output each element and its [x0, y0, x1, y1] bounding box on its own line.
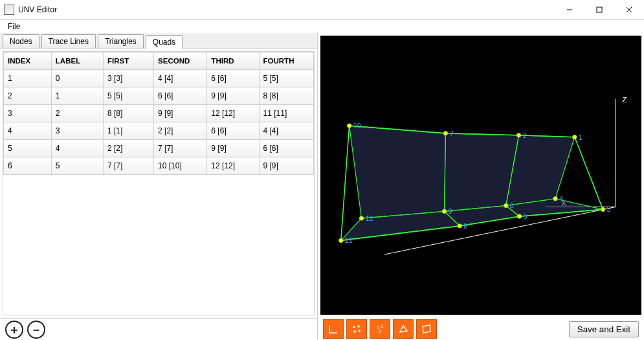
- table-row[interactable]: 542 [2]7 [7]9 [9]6 [6]: [4, 140, 314, 157]
- tab-nodes[interactable]: Nodes: [3, 34, 39, 48]
- quad-icon: [421, 323, 432, 335]
- table-cell[interactable]: 9 [9]: [259, 157, 313, 175]
- left-pane: Nodes Trace Lines Triangles Quads INDEXL…: [0, 33, 318, 340]
- svg-text:7: 7: [449, 130, 453, 137]
- table-cell[interactable]: 4: [4, 122, 52, 140]
- tab-triangles[interactable]: Triangles: [98, 34, 144, 48]
- table-cell[interactable]: 4 [4]: [259, 122, 313, 140]
- svg-point-25: [442, 209, 446, 213]
- tool-quads-button[interactable]: [416, 319, 437, 339]
- table-row[interactable]: 103 [3]4 [4]6 [6]5 [5]: [4, 70, 314, 87]
- table-cell[interactable]: 4 [4]: [154, 70, 207, 87]
- svg-point-17: [517, 214, 521, 218]
- table-cell[interactable]: 6 [6]: [259, 140, 313, 157]
- svg-point-33: [353, 326, 355, 328]
- table-cell[interactable]: 5 [5]: [104, 87, 154, 105]
- table-cell[interactable]: 6 [6]: [207, 70, 259, 87]
- svg-point-11: [516, 133, 520, 137]
- svg-point-23: [458, 224, 461, 228]
- svg-point-34: [357, 325, 360, 328]
- tool-axes-button[interactable]: [323, 319, 344, 339]
- table-cell[interactable]: 2: [4, 87, 52, 105]
- save-and-exit-button[interactable]: Save and Exit: [569, 321, 639, 337]
- minus-icon: －: [30, 324, 42, 335]
- tool-labels-button[interactable]: 132: [370, 319, 390, 339]
- svg-text:2: 2: [522, 131, 526, 139]
- menu-file[interactable]: File: [4, 21, 24, 32]
- window-close-button[interactable]: [614, 0, 644, 19]
- table-cell[interactable]: 1: [51, 87, 103, 105]
- column-header[interactable]: FOURTH: [259, 52, 313, 70]
- table-cell[interactable]: 5 [5]: [259, 70, 313, 87]
- tab-quads[interactable]: Quads: [146, 35, 183, 49]
- table-cell[interactable]: 7 [7]: [154, 140, 207, 157]
- table-cell[interactable]: 9 [9]: [154, 105, 207, 122]
- table-cell[interactable]: 1 [1]: [104, 122, 154, 140]
- nodes-icon: [351, 323, 362, 335]
- viewport-3d[interactable]: ZX123456789101112: [320, 36, 641, 315]
- add-row-button[interactable]: ＋: [5, 321, 23, 339]
- svg-point-36: [358, 330, 361, 332]
- column-header[interactable]: INDEX: [4, 52, 52, 70]
- svg-text:12: 12: [365, 214, 373, 222]
- menubar: File: [0, 20, 644, 33]
- svg-point-13: [601, 207, 605, 211]
- quads-table[interactable]: INDEXLABELFIRSTSECONDTHIRDFOURTH 103 [3]…: [3, 51, 315, 315]
- table-cell[interactable]: 9 [9]: [207, 87, 259, 105]
- table-cell[interactable]: 5: [51, 157, 103, 175]
- tool-nodes-button[interactable]: [346, 319, 367, 339]
- window-maximize-button[interactable]: [584, 0, 614, 19]
- table-cell[interactable]: 2 [2]: [154, 122, 207, 140]
- svg-text:9: 9: [448, 207, 452, 215]
- column-header[interactable]: LABEL: [51, 52, 103, 70]
- table-row[interactable]: 657 [7]10 [10]12 [12]9 [9]: [4, 157, 314, 175]
- svg-point-27: [347, 124, 351, 128]
- table-cell[interactable]: 9 [9]: [207, 140, 259, 157]
- remove-row-button[interactable]: －: [27, 321, 45, 339]
- svg-text:Z: Z: [622, 95, 627, 104]
- right-footer: 132 Save and Exit: [318, 317, 644, 340]
- table-cell[interactable]: 11 [11]: [259, 105, 313, 122]
- table-cell[interactable]: 2 [2]: [104, 140, 154, 157]
- column-header[interactable]: FIRST: [104, 52, 154, 70]
- triangle-icon: [397, 323, 409, 335]
- left-footer: ＋ －: [0, 318, 317, 340]
- table-cell[interactable]: 10 [10]: [154, 157, 207, 175]
- svg-point-31: [359, 216, 363, 220]
- svg-text:8: 8: [463, 222, 467, 230]
- table-cell[interactable]: 8 [8]: [104, 105, 154, 122]
- svg-point-29: [339, 238, 343, 242]
- table-row[interactable]: 215 [5]6 [6]9 [9]8 [8]: [4, 87, 314, 105]
- table-cell[interactable]: 5: [4, 140, 52, 157]
- table-cell[interactable]: 8 [8]: [259, 87, 313, 105]
- svg-point-15: [553, 197, 557, 201]
- tab-tracelines[interactable]: Trace Lines: [41, 34, 96, 48]
- tool-triangles-button[interactable]: [393, 319, 414, 339]
- table-cell[interactable]: 3: [51, 122, 103, 140]
- table-cell[interactable]: 7 [7]: [104, 157, 154, 175]
- table-row[interactable]: 328 [8]9 [9]12 [12]11 [11]: [4, 105, 314, 122]
- table-cell[interactable]: 0: [51, 70, 103, 87]
- table-cell[interactable]: 2: [51, 105, 103, 122]
- column-header[interactable]: THIRD: [207, 52, 259, 70]
- table-cell[interactable]: 3 [3]: [104, 70, 154, 87]
- table-cell[interactable]: 12 [12]: [207, 105, 259, 122]
- table-cell[interactable]: 6 [6]: [207, 122, 259, 140]
- table-cell[interactable]: 4: [51, 140, 103, 157]
- column-header[interactable]: SECOND: [154, 52, 207, 70]
- window-minimize-button[interactable]: [555, 0, 584, 19]
- table-cell[interactable]: 12 [12]: [207, 157, 259, 175]
- svg-point-35: [353, 330, 356, 333]
- table-cell[interactable]: 6 [6]: [154, 87, 207, 105]
- svg-rect-1: [597, 7, 602, 12]
- svg-text:3: 3: [381, 324, 383, 328]
- window-title: UNV Editor: [18, 5, 57, 14]
- table-cell[interactable]: 6: [4, 157, 52, 175]
- labels-icon: 132: [374, 323, 386, 335]
- table-cell[interactable]: 1: [4, 70, 52, 87]
- right-pane: ZX123456789101112 132 Save and Exit: [318, 33, 644, 340]
- table-cell[interactable]: 3: [4, 105, 52, 122]
- svg-text:10: 10: [353, 122, 361, 130]
- plus-icon: ＋: [8, 324, 20, 335]
- table-row[interactable]: 431 [1]2 [2]6 [6]4 [4]: [4, 122, 314, 140]
